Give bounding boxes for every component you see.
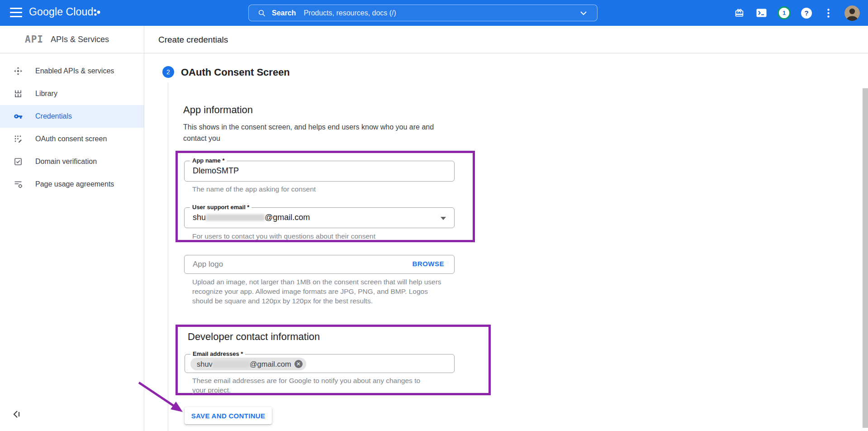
app-information-heading: App information — [183, 104, 253, 116]
library-icon — [14, 89, 23, 98]
logo-part-cloud: Cloud — [66, 6, 93, 18]
browse-button[interactable]: BROWSE — [413, 260, 445, 268]
user-support-email-select[interactable]: User support email * shu@gmail.com — [184, 207, 455, 228]
help-icon[interactable]: ? — [801, 8, 812, 19]
app-name-label: App name * — [190, 157, 227, 164]
scrollbar-thumb[interactable] — [863, 88, 868, 428]
stepper-line — [168, 82, 168, 431]
consent-icon — [14, 134, 23, 144]
google-cloud-logo[interactable]: GoogleCloud — [29, 6, 93, 18]
user-support-email-helper: For users to contact you with questions … — [192, 231, 375, 241]
sidebar-item-oauth-consent[interactable]: OAuth consent screen — [0, 128, 144, 150]
search-icon — [258, 9, 266, 17]
console-dots-icon — [93, 8, 102, 17]
redacted-text — [206, 214, 265, 221]
user-support-email-value: shu@gmail.com — [193, 213, 310, 222]
sidebar-item-enabled-apis[interactable]: Enabled APIs & services — [0, 60, 144, 82]
chip-remove-icon[interactable]: ✕ — [294, 360, 303, 368]
avatar[interactable] — [844, 5, 860, 21]
search-label: Search — [272, 9, 296, 17]
collapse-sidebar-icon[interactable] — [12, 410, 22, 419]
gift-promotions-icon[interactable] — [733, 7, 745, 19]
domain-checkbox-icon — [14, 157, 23, 166]
email-chip-text: shuv@gmail.com — [197, 360, 291, 369]
app-name-value: DlemoSMTP — [193, 166, 239, 176]
menu-icon[interactable] — [10, 8, 22, 17]
api-product-logo: API — [25, 34, 43, 45]
sidebar-item-label: Domain verification — [35, 158, 97, 166]
app-information-description: This shows in the consent screen, and he… — [183, 121, 436, 144]
step-number-badge: 2 — [162, 66, 174, 78]
app-name-field[interactable]: App name * DlemoSMTP — [184, 161, 455, 182]
sidebar-item-domain-verification[interactable]: Domain verification — [0, 150, 144, 173]
chevron-down-icon[interactable] — [580, 11, 587, 15]
save-and-continue-button[interactable]: SAVE AND CONTINUE — [185, 407, 272, 424]
apis-icon — [14, 67, 23, 76]
app-logo-placeholder: App logo — [193, 260, 223, 269]
email-addresses-label: Email addresses * — [190, 350, 245, 357]
app-header: API APIs & Services Create credentials — [0, 26, 868, 53]
user-support-email-label: User support email * — [190, 204, 251, 211]
email-addresses-helper: These email addresses are for Google to … — [192, 376, 434, 395]
more-vert-icon[interactable] — [822, 7, 834, 19]
step-title: OAuth Consent Screen — [181, 67, 290, 78]
notifications-badge[interactable]: 1 — [778, 6, 791, 19]
top-navigation-bar: GoogleCloud Search Products, resources, … — [0, 0, 868, 26]
sidebar-item-credentials[interactable]: Credentials — [0, 105, 144, 128]
sidebar-item-label: Library — [35, 90, 57, 98]
cloud-shell-icon[interactable] — [755, 7, 767, 19]
sidebar-divider — [144, 26, 144, 431]
product-name[interactable]: APIs & Services — [51, 35, 109, 44]
google-cloud-console: GoogleCloud Search Products, resources, … — [0, 0, 868, 431]
search-placeholder: Products, resources, docs (/) — [304, 9, 396, 17]
notification-count: 1 — [783, 10, 786, 16]
page-title: Create credentials — [158, 35, 228, 45]
redacted-text — [213, 361, 250, 368]
agreements-icon — [14, 180, 23, 189]
sidebar-item-label: Enabled APIs & services — [35, 67, 114, 75]
sidebar-item-label: Credentials — [35, 112, 72, 120]
app-name-helper: The name of the app asking for consent — [192, 184, 316, 194]
sidebar-item-library[interactable]: Library — [0, 82, 144, 105]
email-addresses-field[interactable]: Email addresses * shuv@gmail.com ✕ — [185, 354, 455, 373]
dropdown-arrow-icon[interactable] — [441, 217, 446, 220]
logo-part-google: Google — [29, 6, 63, 18]
app-logo-helper: Upload an image, not larger than 1MB on … — [192, 277, 445, 306]
email-chip: shuv@gmail.com ✕ — [190, 358, 306, 370]
sidebar-item-label: Page usage agreements — [35, 180, 114, 188]
app-logo-field[interactable]: App logo BROWSE — [184, 255, 455, 274]
developer-contact-heading: Developer contact information — [188, 331, 320, 343]
sidebar-item-label: OAuth consent screen — [35, 135, 107, 143]
topbar-right-icons: 1 ? — [733, 0, 860, 26]
search-input[interactable]: Search Products, resources, docs (/) — [248, 5, 598, 21]
sidebar-item-page-usage-agreements[interactable]: Page usage agreements — [0, 173, 144, 196]
key-icon — [14, 112, 23, 121]
